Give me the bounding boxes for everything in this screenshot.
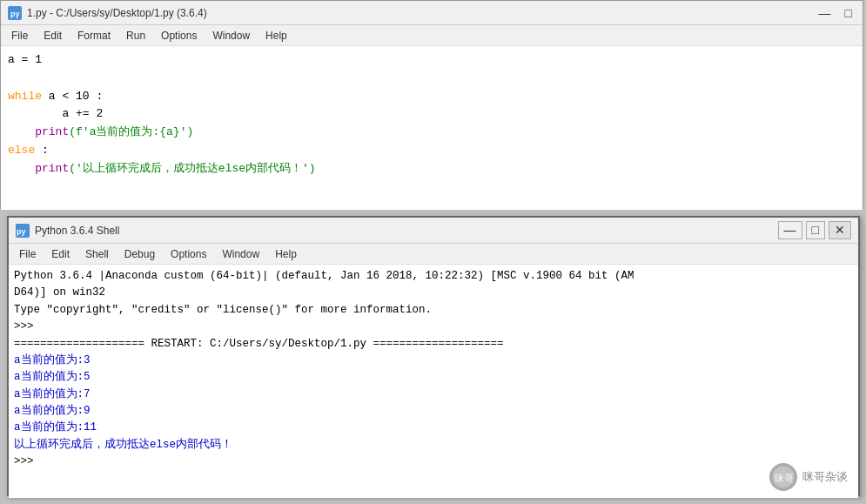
titlebar-left: py 1.py - C:/Users/sy/Desktop/1.py (3.6.… <box>8 6 207 20</box>
shell-minimize-button[interactable]: — <box>778 221 802 239</box>
editor-window-controls: — □ <box>816 7 856 19</box>
shell-menu-file[interactable]: File <box>12 246 43 262</box>
menu-format[interactable]: Format <box>70 28 117 44</box>
svg-text:咪哥: 咪哥 <box>775 473 794 483</box>
code-area[interactable]: a = 1 while a < 10 : a += 2 print(f'a当前的… <box>1 46 863 210</box>
code-line-2 <box>8 70 856 88</box>
shell-line-val3: a当前的值为:7 <box>14 386 853 403</box>
shell-menubar: File Edit Shell Debug Options Window Hel… <box>9 244 858 265</box>
shell-line-val2: a当前的值为:5 <box>14 369 853 386</box>
shell-title: Python 3.6.4 Shell <box>35 225 119 237</box>
menu-file[interactable]: File <box>4 28 35 44</box>
watermark-icon: 咪哥 <box>769 463 797 491</box>
shell-menu-debug[interactable]: Debug <box>117 246 162 262</box>
editor-title: 1.py - C:/Users/sy/Desktop/1.py (3.6.4) <box>27 7 207 19</box>
shell-line-val4: a当前的值为:9 <box>14 403 853 420</box>
menu-window[interactable]: Window <box>205 28 257 44</box>
shell-maximize-button[interactable]: □ <box>806 221 825 239</box>
editor-window: py 1.py - C:/Users/sy/Desktop/1.py (3.6.… <box>0 0 863 209</box>
code-line-4: a += 2 <box>8 105 856 124</box>
shell-window: py Python 3.6.4 Shell — □ ✕ File Edit Sh… <box>7 216 860 496</box>
code-line-5: print(f'a当前的值为:{a}') <box>8 124 856 142</box>
editor-menubar: File Edit Format Run Options Window Help <box>1 25 863 46</box>
shell-line-val1: a当前的值为:3 <box>14 353 853 369</box>
shell-close-button[interactable]: ✕ <box>829 221 851 239</box>
code-line-3: while a < 10 : <box>8 88 856 106</box>
code-line-1: a = 1 <box>8 51 856 70</box>
shell-line-prompt: >>> <box>14 454 853 470</box>
editor-maximize-button[interactable]: □ <box>842 7 856 19</box>
shell-menu-help[interactable]: Help <box>268 246 304 262</box>
shell-line-restart: ==================== RESTART: C:/Users/s… <box>14 336 853 353</box>
shell-window-controls: — □ ✕ <box>778 221 851 239</box>
watermark-text: 咪哥杂谈 <box>802 468 848 486</box>
shell-titlebar: py Python 3.6.4 Shell — □ ✕ <box>9 218 858 244</box>
menu-options[interactable]: Options <box>154 28 204 44</box>
shell-icon: py <box>16 224 30 238</box>
shell-menu-window[interactable]: Window <box>215 246 266 262</box>
shell-output[interactable]: Python 3.6.4 |Anaconda custom (64-bit)| … <box>9 265 858 498</box>
shell-line-1: Python 3.6.4 |Anaconda custom (64-bit)| … <box>14 268 853 285</box>
svg-text:py: py <box>10 10 20 18</box>
shell-line-2: D64)] on win32 <box>14 285 853 301</box>
shell-menu-options[interactable]: Options <box>164 246 213 262</box>
shell-line-3: Type "copyright", "credits" or "license(… <box>14 302 853 319</box>
shell-line-4: >>> <box>14 319 853 335</box>
code-line-7: print('以上循环完成后，成功抵达else内部代码！') <box>8 160 856 178</box>
shell-menu-edit[interactable]: Edit <box>44 246 77 262</box>
code-line-6: else : <box>8 142 856 160</box>
shell-titlebar-left: py Python 3.6.4 Shell <box>16 224 119 238</box>
editor-minimize-button[interactable]: — <box>816 7 835 19</box>
editor-icon: py <box>8 6 22 20</box>
menu-edit[interactable]: Edit <box>37 28 69 44</box>
shell-line-val5: a当前的值为:11 <box>14 420 853 436</box>
menu-help[interactable]: Help <box>258 28 294 44</box>
svg-text:py: py <box>17 227 26 236</box>
editor-titlebar: py 1.py - C:/Users/sy/Desktop/1.py (3.6.… <box>1 1 863 25</box>
menu-run[interactable]: Run <box>119 28 152 44</box>
shell-line-success: 以上循环完成后，成功抵达else内部代码！ <box>14 437 853 454</box>
watermark: 咪哥 咪哥杂谈 <box>769 463 848 491</box>
shell-menu-shell[interactable]: Shell <box>78 246 116 262</box>
